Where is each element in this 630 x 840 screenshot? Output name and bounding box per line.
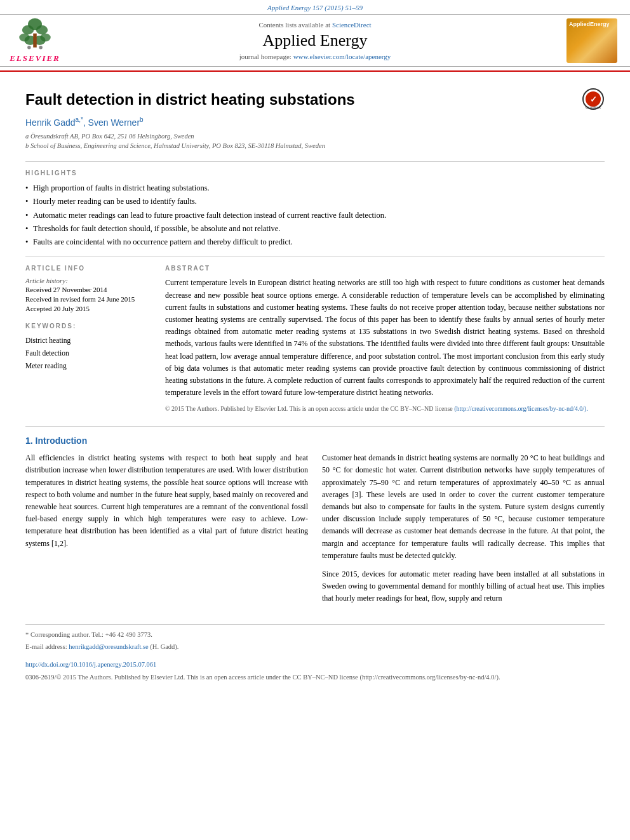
abstract-text: Current temperature levels in European d… [165,277,605,399]
divider-2 [25,257,605,257]
info-abstract-section: ARTICLE INFO Article history: Received 2… [25,265,605,413]
list-item: Thresholds for fault detection should, i… [25,222,605,236]
intro-col-right: Customer heat demands in district heatin… [322,452,605,611]
doi-link[interactable]: http://dx.doi.org/10.1016/j.apenergy.201… [25,661,156,668]
intro-para-1: All efficiencies in district heating sys… [25,452,308,550]
journal-center: Contents lists available at ScienceDirec… [70,21,560,60]
author2-sup: b [140,116,144,123]
abstract-label: ABSTRACT [165,265,605,272]
journal-logo-right: AppliedEnergy [566,18,624,63]
received-date: Received 27 November 2014 [25,286,152,293]
elsevier-logo: ELSEVIER [6,17,64,63]
email-note: E-mail address: henrikgadd@oresundskraft… [25,642,605,652]
list-item: Faults are coincidental with no occurren… [25,236,605,249]
affiliation-a: a Öresundskraft AB, PO Box 642, 251 06 H… [25,131,605,142]
article-history-block: ARTICLE INFO Article history: Received 2… [25,265,152,312]
keyword-2: Fault detection [25,347,152,360]
journal-reference: Applied Energy 157 (2015) 51–59 [0,0,630,14]
corresponding-note: * Corresponding author. Tel.: +46 42 490… [25,630,605,640]
doi-line: http://dx.doi.org/10.1016/j.apenergy.201… [25,660,605,670]
introduction-section: 1. Introduction All efficiencies in dist… [25,426,605,611]
svg-point-2 [36,25,48,35]
article-content: ✓ CrossMark Fault detection in district … [0,72,630,698]
crossmark-icon: ✓ CrossMark [582,88,605,110]
highlights-label: HIGHLIGHTS [25,170,605,177]
svg-point-9 [39,46,43,50]
crossmark[interactable]: ✓ CrossMark [582,88,605,113]
article-history-label: Article history: [25,277,152,284]
affiliation-b: b School of Business, Engineering and Sc… [25,141,605,151]
intro-para-2: Customer heat demands in district heatin… [322,452,605,562]
homepage-link[interactable]: www.elsevier.com/locate/apenergy [293,53,391,60]
article-title: Fault detection in district heating subs… [25,91,605,109]
intro-para-3: Since 2015, devices for automatic meter … [322,568,605,605]
issn-line: 0306-2619/© 2015 The Authors. Published … [25,672,605,683]
journal-homepage: journal homepage: www.elsevier.com/locat… [70,53,560,60]
highlights-section: HIGHLIGHTS High proportion of faults in … [25,170,605,249]
keywords-label: Keywords: [25,323,152,330]
elsevier-tree-icon [16,17,54,52]
abstract-col: ABSTRACT Current temperature levels in E… [165,265,605,413]
list-item: Hourly meter reading can be used to iden… [25,195,605,208]
applied-energy-badge-text: AppliedEnergy [569,21,610,27]
author1-name: Henrik Gadd [25,117,76,128]
list-item: High proportion of faults in district he… [25,182,605,195]
authors-line: Henrik Gadda,*, Sven Wernerb [25,116,605,128]
revised-date: Received in revised form 24 June 2015 [25,295,152,303]
keyword-1: District heating [25,335,152,347]
intro-two-col: All efficiencies in district heating sys… [25,452,605,611]
license-link[interactable]: (http://creativecommons.org/licenses/by-… [454,405,588,412]
svg-text:✓: ✓ [590,95,597,104]
article-info-label: ARTICLE INFO [25,265,152,272]
author-email-link[interactable]: henrikgadd@oresundskraft.se [69,643,148,650]
list-item: Automatic meter readings can lead to fut… [25,209,605,222]
license-text: © 2015 The Authors. Published by Elsevie… [165,404,605,413]
article-footer: * Corresponding author. Tel.: +46 42 490… [25,624,605,683]
divider-1 [25,161,605,162]
svg-text:CrossMark: CrossMark [586,105,601,109]
article-info-col: ARTICLE INFO Article history: Received 2… [25,265,152,413]
intro-col-left: All efficiencies in district heating sys… [25,452,308,611]
elsevier-label: ELSEVIER [10,53,60,63]
accepted-date: Accepted 20 July 2015 [25,305,152,312]
keywords-block: Keywords: District heating Fault detecti… [25,323,152,372]
sciencedirect-link[interactable]: ScienceDirect [332,21,372,29]
highlights-list: High proportion of faults in district he… [25,182,605,249]
journal-header: Applied Energy 157 (2015) 51–59 ELSEVIER [0,0,630,72]
journal-title: Applied Energy [70,31,560,50]
author1-sup: a,* [76,116,83,123]
svg-point-8 [27,46,31,50]
applied-energy-badge: AppliedEnergy [566,18,617,63]
contents-line: Contents lists available at ScienceDirec… [70,21,560,29]
section-title: 1. Introduction [25,436,605,446]
journal-main-header: ELSEVIER Contents lists available at Sci… [0,14,630,67]
svg-point-1 [22,25,34,35]
keyword-3: Meter reading [25,360,152,373]
svg-rect-7 [33,34,37,48]
affiliations: a Öresundskraft AB, PO Box 642, 251 06 H… [25,131,605,152]
author2-name: Sven Werner [88,117,140,128]
